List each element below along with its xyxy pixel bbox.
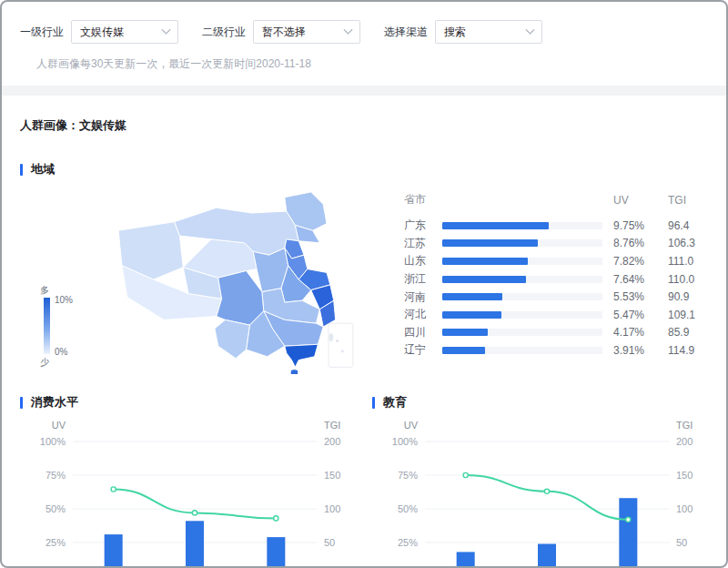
primary-industry-select[interactable]: 文娱传媒 (71, 20, 178, 44)
chevron-down-icon (162, 25, 171, 34)
filter-label: 二级行业 (202, 25, 246, 40)
filter-label: 一级行业 (20, 25, 64, 40)
china-choropleth-map[interactable] (104, 190, 368, 374)
uv-bar-track (442, 222, 602, 229)
page-title: 人群画像：文娱传媒 (20, 117, 708, 134)
uv-value: 9.75% (613, 219, 657, 232)
section-marker (372, 397, 375, 409)
province-table: 省市 UV TGI 广东9.75%96.4江苏8.76%106.3山东7.82%… (377, 190, 708, 374)
region-section-title: 地域 (31, 161, 55, 178)
province-table-header: 省市 UV TGI (404, 192, 703, 208)
content-area: 人群画像：文娱传媒 地域 (2, 96, 726, 568)
province-label: 浙江 (404, 271, 431, 287)
uv-bar-track (442, 239, 602, 247)
filter-channel: 选择渠道 搜索 (384, 20, 542, 44)
province-label: 四川 (404, 325, 431, 340)
channel-select[interactable]: 搜索 (435, 20, 542, 44)
uv-bar-track (442, 311, 602, 319)
col-uv: UV (613, 194, 657, 207)
tgi-value: 96.4 (668, 219, 703, 232)
table-row: 江苏8.76%106.3 (404, 235, 703, 253)
dashboard-page: 一级行业 文娱传媒 二级行业 暂不选择 选择渠道 搜索 人群画像每30天更新一次… (0, 0, 728, 568)
svg-text:150: 150 (324, 470, 340, 481)
svg-text:100: 100 (324, 503, 340, 514)
svg-text:100: 100 (676, 503, 693, 514)
filter-secondary-industry: 二级行业 暂不选择 (202, 20, 360, 44)
table-row: 广东9.75%96.4 (404, 217, 703, 235)
svg-text:75%: 75% (46, 470, 66, 481)
uv-value: 8.76% (613, 237, 657, 249)
uv-bar-track (442, 329, 602, 336)
table-row: 河南5.53%90.9 (404, 288, 703, 306)
chevron-down-icon (344, 25, 353, 34)
uv-bar-fill (442, 347, 485, 354)
filter-label: 选择渠道 (384, 25, 428, 40)
uv-bar-track (442, 347, 602, 354)
uv-value: 3.91% (613, 344, 657, 357)
svg-text:25%: 25% (46, 537, 66, 548)
consumption-chart-panel: 消费水平 0%025%5050%10075%150100%200UVTGI低消费… (20, 394, 359, 568)
svg-text:100%: 100% (40, 436, 66, 447)
legend-less-label: 少 (40, 356, 93, 369)
china-map-container: 多 10% 0% 少 (20, 190, 377, 374)
svg-text:UV: UV (404, 420, 419, 431)
section-divider (2, 86, 726, 96)
section-marker (20, 397, 23, 409)
svg-text:50: 50 (324, 537, 335, 548)
select-value: 暂不选择 (262, 25, 306, 40)
consumption-section-header: 消费水平 (20, 394, 359, 411)
uv-bar-track (442, 258, 602, 265)
uv-bar-fill (442, 258, 528, 265)
legend-gradient-bar (44, 298, 50, 354)
consumption-section-title: 消费水平 (31, 394, 78, 411)
table-row: 河北5.47%109.1 (404, 306, 703, 324)
province-label: 江苏 (404, 236, 431, 251)
select-value: 文娱传媒 (80, 25, 124, 40)
filter-bar: 一级行业 文娱传媒 二级行业 暂不选择 选择渠道 搜索 (2, 2, 726, 44)
tgi-value: 111.0 (668, 255, 703, 268)
table-row: 四川4.17%85.9 (404, 324, 703, 342)
province-list: 广东9.75%96.4江苏8.76%106.3山东7.82%111.0浙江7.6… (404, 217, 703, 360)
table-row: 浙江7.64%110.0 (404, 270, 703, 289)
tgi-value: 109.1 (668, 309, 703, 321)
province-label: 山东 (404, 253, 431, 269)
uv-bar-fill (442, 293, 502, 300)
svg-text:150: 150 (676, 470, 693, 481)
tgi-value: 85.9 (668, 326, 703, 339)
svg-text:100%: 100% (392, 436, 418, 447)
svg-text:75%: 75% (398, 470, 418, 481)
legend-max-label: 10% (55, 295, 73, 305)
south-china-sea-inset (329, 323, 353, 367)
province-label: 广东 (404, 218, 431, 233)
svg-text:200: 200 (324, 436, 340, 447)
uv-bar-fill (442, 276, 526, 283)
legend-min-label: 0% (55, 347, 67, 357)
uv-value: 5.47% (613, 309, 657, 321)
col-province: 省市 (404, 192, 431, 208)
map-legend: 多 10% 0% 少 (38, 284, 93, 369)
charts-row: 消费水平 0%025%5050%10075%150100%200UVTGI低消费… (20, 394, 708, 568)
tgi-value: 114.9 (668, 344, 703, 357)
uv-bar-fill (442, 222, 549, 229)
update-note: 人群画像每30天更新一次，最近一次更新时间2020-11-18 (36, 56, 726, 72)
education-combo-chart[interactable]: 0%025%5050%10075%150100%200UVTGI本科及以上大专高… (372, 412, 712, 568)
svg-text:TGI: TGI (324, 420, 340, 431)
tgi-value: 110.0 (668, 273, 703, 286)
secondary-industry-select[interactable]: 暂不选择 (253, 20, 360, 44)
province-label: 河北 (404, 307, 431, 322)
uv-value: 5.53% (613, 290, 657, 303)
uv-bar-fill (442, 311, 501, 319)
uv-value: 4.17% (613, 326, 657, 339)
uv-value: 7.82% (613, 255, 657, 268)
uv-bar-fill (442, 329, 488, 336)
svg-text:50%: 50% (398, 503, 418, 514)
svg-text:25%: 25% (398, 537, 418, 548)
svg-text:50: 50 (676, 537, 687, 548)
select-value: 搜索 (444, 25, 466, 40)
svg-text:200: 200 (676, 436, 693, 447)
province-label: 辽宁 (404, 342, 431, 358)
education-section-title: 教育 (383, 394, 407, 411)
province-label: 河南 (404, 289, 431, 305)
svg-text:UV: UV (52, 420, 66, 431)
consumption-combo-chart[interactable]: 0%025%5050%10075%150100%200UVTGI低消费高消费中消… (20, 412, 359, 568)
